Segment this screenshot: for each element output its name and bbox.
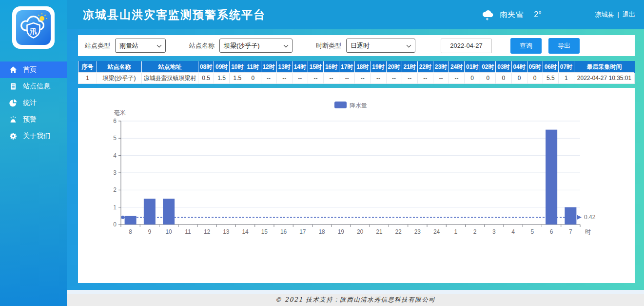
content-area: 站点类型雨量站站点名称坝梁(沙乎子)时断类型日逐时 2022-04-27 查询 … [67, 29, 644, 290]
bar[interactable] [144, 199, 156, 224]
table-cell: 2022-04-27 10:35:01 [574, 73, 635, 84]
sidebar-item-station-info[interactable]: 站点信息 [0, 78, 67, 95]
svg-text:2: 2 [473, 228, 477, 235]
svg-text:5: 5 [531, 228, 534, 235]
column-header: 12时 [261, 61, 276, 73]
svg-text:18: 18 [318, 228, 325, 235]
logout-link[interactable]: 退出 [623, 11, 635, 18]
gear-icon [9, 132, 17, 140]
table-cell: 0 [465, 73, 480, 84]
column-header: 24时 [449, 61, 465, 73]
column-header: 23时 [433, 61, 449, 73]
export-button[interactable]: 导出 [548, 38, 580, 54]
filter-group-period-type: 时断类型日逐时 [316, 39, 415, 53]
page-title: 凉城县山洪灾害监测预警系统平台 [83, 7, 266, 22]
svg-text:22: 22 [395, 228, 402, 235]
selected-value: 坝梁(沙乎子) [224, 41, 260, 50]
filter-label: 站点类型 [85, 41, 110, 50]
table-cell: 0 [511, 73, 527, 84]
top-header: 凉城县山洪灾害监测预警系统平台 雨夹雪 [67, 0, 644, 29]
column-header: 02时 [480, 61, 496, 73]
svg-text:13: 13 [223, 228, 230, 235]
sidebar-item-statistics[interactable]: 统计 [0, 95, 67, 111]
table-cell: 0 [496, 73, 511, 84]
svg-text:14: 14 [242, 228, 249, 235]
legend-precipitation[interactable]: 降水量 [334, 102, 367, 109]
svg-text:7: 7 [569, 228, 572, 235]
column-header: 08时 [198, 61, 214, 73]
svg-text:3: 3 [113, 169, 117, 176]
pie-chart-icon [9, 99, 17, 107]
query-button[interactable]: 查询 [510, 38, 542, 54]
sidebar: 汛 首页站点信息统计预警关于我们 [0, 0, 67, 306]
svg-text:17: 17 [299, 228, 306, 235]
sidebar-item-about-us[interactable]: 关于我们 [0, 128, 67, 144]
column-header: 03时 [496, 61, 511, 73]
column-header: 14时 [292, 61, 308, 73]
date-input[interactable]: 2022-04-27 [441, 39, 492, 53]
table-cell: -- [386, 73, 402, 84]
column-header: 04时 [511, 61, 527, 73]
svg-text:1: 1 [113, 204, 117, 211]
table-cell: -- [324, 73, 339, 84]
chevron-down-icon [407, 43, 411, 48]
table-cell: -- [308, 73, 323, 84]
bar[interactable] [565, 207, 576, 224]
period-type-select[interactable]: 日逐时 [346, 39, 415, 53]
table-cell: 凉城县蛮汉镇坝梁村 [142, 73, 198, 84]
table-cell: -- [292, 73, 308, 84]
svg-text:19: 19 [338, 228, 345, 235]
sidebar-item-label: 首页 [23, 65, 37, 74]
sidebar-menu: 首页站点信息统计预警关于我们 [0, 61, 67, 144]
filter-group-station-name: 站点名称坝梁(沙乎子) [189, 39, 293, 53]
table-cell: 0 [480, 73, 496, 84]
column-header: 13时 [276, 61, 292, 73]
svg-text:时: 时 [585, 228, 591, 235]
station-type-select[interactable]: 雨量站 [115, 39, 166, 53]
column-header: 17时 [339, 61, 355, 73]
sleet-weather-icon [480, 9, 495, 20]
svg-text:10: 10 [165, 228, 172, 235]
selected-value: 日逐时 [351, 41, 370, 50]
column-header: 22时 [417, 61, 433, 73]
sidebar-item-label: 站点信息 [23, 82, 50, 91]
footer-divider [67, 290, 644, 294]
column-header: 09时 [214, 61, 230, 73]
column-header: 20时 [386, 61, 402, 73]
page: 汛 首页站点信息统计预警关于我们 凉城县山洪灾害监测预警系统平台 [0, 0, 644, 306]
table-cell: -- [355, 73, 371, 84]
main-area: 凉城县山洪灾害监测预警系统平台 雨夹雪 [67, 0, 644, 306]
svg-text:16: 16 [280, 228, 287, 235]
column-header: 07时 [558, 61, 574, 73]
table-cell: 1.5 [230, 73, 245, 84]
document-icon [9, 82, 17, 90]
table-cell: 5.5 [543, 73, 558, 84]
table-cell: -- [371, 73, 386, 84]
bar[interactable] [546, 130, 557, 224]
svg-text:汛: 汛 [30, 27, 37, 35]
svg-text:21: 21 [376, 228, 383, 235]
app-logo: 汛 [0, 0, 67, 49]
table-cell: -- [276, 73, 292, 84]
sidebar-item-label: 关于我们 [23, 132, 50, 141]
column-header: 06时 [543, 61, 558, 73]
table-cell: -- [417, 73, 433, 84]
svg-text:2: 2 [113, 186, 117, 193]
sidebar-item-warning[interactable]: 预警 [0, 111, 67, 128]
filter-label: 时断类型 [316, 41, 341, 50]
sidebar-item-home[interactable]: 首页 [0, 61, 67, 78]
svg-text:降水量: 降水量 [350, 102, 367, 109]
table-cell: -- [402, 73, 417, 84]
footer: © 2021 技术支持：陕西山清水秀信息科技有限公司 [67, 294, 644, 306]
average-line-label: 0.42 [584, 214, 596, 221]
station-name-select[interactable]: 坝梁(沙乎子) [219, 39, 293, 53]
svg-text:6: 6 [550, 228, 553, 235]
column-header: 11时 [245, 61, 261, 73]
user-box: 凉城县|退出 [595, 10, 635, 19]
svg-text:11: 11 [185, 228, 191, 235]
chevron-down-icon [284, 43, 289, 48]
table-cell: -- [449, 73, 465, 84]
svg-text:0: 0 [113, 221, 117, 228]
bar[interactable] [163, 199, 175, 224]
table-cell: 1.5 [214, 73, 230, 84]
